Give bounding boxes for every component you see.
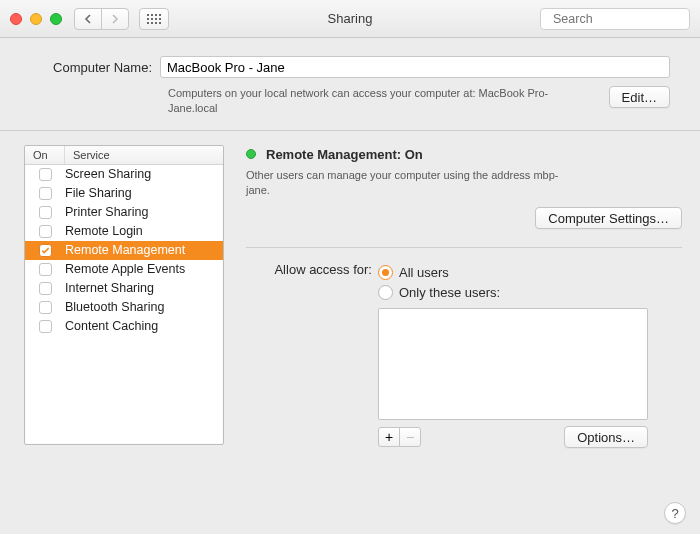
options-button[interactable]: Options… (564, 426, 648, 448)
radio-all-label: All users (399, 265, 449, 280)
radio-only-these-users[interactable]: Only these users: (378, 282, 682, 302)
search-field[interactable] (540, 8, 690, 30)
access-label: Allow access for: (246, 262, 378, 448)
col-on[interactable]: On (25, 146, 65, 164)
service-row[interactable]: Internet Sharing (25, 279, 223, 298)
computer-name-section: Computer Name: Computers on your local n… (0, 38, 700, 131)
checkbox[interactable] (39, 168, 52, 181)
services-table: On Service Screen SharingFile SharingPri… (24, 145, 224, 445)
service-label: Remote Apple Events (65, 262, 185, 276)
window-controls (10, 13, 62, 25)
service-label: Printer Sharing (65, 205, 148, 219)
radio-all-users[interactable]: All users (378, 262, 682, 282)
close-icon[interactable] (10, 13, 22, 25)
service-label: Screen Sharing (65, 167, 151, 181)
computer-name-input[interactable] (160, 56, 670, 78)
service-label: Remote Management (65, 243, 185, 257)
checkbox[interactable] (39, 244, 52, 257)
checkbox[interactable] (39, 225, 52, 238)
nav-back-forward (74, 8, 129, 30)
zoom-icon[interactable] (50, 13, 62, 25)
minimize-icon[interactable] (30, 13, 42, 25)
check-icon (41, 246, 50, 255)
service-row[interactable]: Content Caching (25, 317, 223, 336)
users-list[interactable] (378, 308, 648, 420)
status-dot-icon (246, 149, 256, 159)
show-all-button[interactable] (139, 8, 169, 30)
checkbox[interactable] (39, 206, 52, 219)
back-button[interactable] (74, 8, 102, 30)
service-label: Remote Login (65, 224, 143, 238)
status-description: Other users can manage your computer usi… (246, 168, 576, 198)
add-user-button[interactable]: + (378, 427, 400, 447)
service-row[interactable]: Printer Sharing (25, 203, 223, 222)
col-service[interactable]: Service (65, 146, 118, 164)
computer-name-label: Computer Name: (30, 60, 160, 75)
service-detail: Remote Management: On Other users can ma… (242, 145, 682, 449)
checkbox[interactable] (39, 282, 52, 295)
chevron-right-icon (111, 14, 119, 24)
checkbox[interactable] (39, 263, 52, 276)
services-header: On Service (25, 146, 223, 165)
services-body: Screen SharingFile SharingPrinter Sharin… (25, 165, 223, 444)
service-label: Internet Sharing (65, 281, 154, 295)
grid-icon (147, 14, 161, 24)
service-label: Content Caching (65, 319, 158, 333)
titlebar: Sharing (0, 0, 700, 38)
remove-user-button: − (399, 427, 421, 447)
radio-icon (378, 285, 393, 300)
service-label: Bluetooth Sharing (65, 300, 164, 314)
checkbox[interactable] (39, 301, 52, 314)
computer-name-note: Computers on your local network can acce… (168, 86, 609, 116)
main-content: On Service Screen SharingFile SharingPri… (0, 131, 700, 463)
status-title: Remote Management: On (266, 147, 423, 162)
status-line: Remote Management: On (246, 147, 682, 162)
service-row[interactable]: Remote Apple Events (25, 260, 223, 279)
service-row[interactable]: File Sharing (25, 184, 223, 203)
divider (246, 247, 682, 248)
checkbox[interactable] (39, 320, 52, 333)
computer-settings-button[interactable]: Computer Settings… (535, 207, 682, 229)
radio-only-label: Only these users: (399, 285, 500, 300)
access-section: Allow access for: All users Only these u… (246, 262, 682, 448)
search-input[interactable] (551, 11, 700, 27)
service-row[interactable]: Bluetooth Sharing (25, 298, 223, 317)
chevron-left-icon (84, 14, 92, 24)
edit-button[interactable]: Edit… (609, 86, 670, 108)
radio-icon (378, 265, 393, 280)
service-row[interactable]: Remote Login (25, 222, 223, 241)
service-row[interactable]: Remote Management (25, 241, 223, 260)
service-label: File Sharing (65, 186, 132, 200)
help-button[interactable]: ? (664, 502, 686, 524)
service-row[interactable]: Screen Sharing (25, 165, 223, 184)
forward-button[interactable] (101, 8, 129, 30)
checkbox[interactable] (39, 187, 52, 200)
add-remove-group: + − (378, 427, 421, 447)
